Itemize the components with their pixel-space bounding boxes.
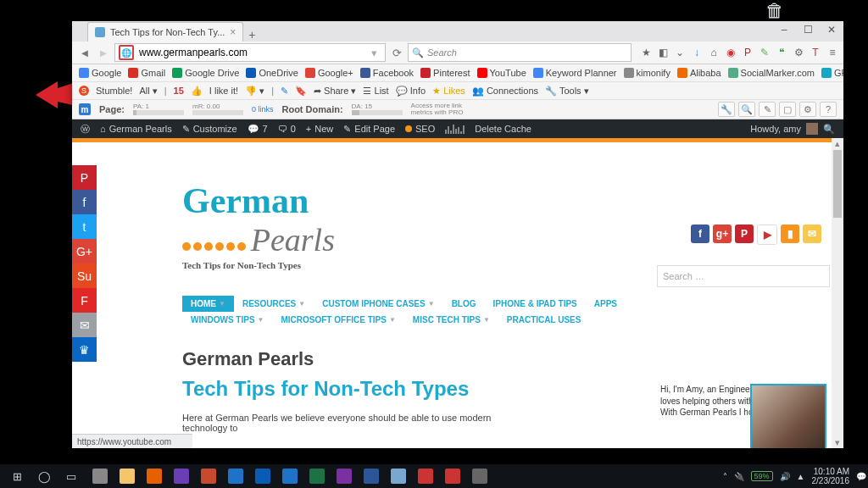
wp-logo-icon[interactable]: ⓦ	[81, 123, 90, 136]
social-gplus[interactable]: g+	[713, 225, 732, 243]
moz-logo-icon[interactable]: m	[79, 103, 91, 115]
nav-resources[interactable]: RESOURCES▼	[234, 296, 314, 312]
site-search-input[interactable]: Search …	[657, 265, 830, 287]
tray-up-icon[interactable]: ˄	[723, 472, 727, 481]
nav-windows-tips[interactable]: WINDOWS TIPS▼	[182, 312, 272, 328]
share-flipboard[interactable]: F	[72, 288, 97, 313]
moz-box-icon[interactable]: ▢	[779, 102, 796, 117]
scrollbar-thumb[interactable]	[833, 150, 842, 218]
connections-button[interactable]: 👥 Connections	[472, 86, 538, 97]
social-contact[interactable]: ✉	[803, 225, 821, 243]
social-youtube[interactable]: ▶	[757, 225, 777, 245]
bookmark-alibaba[interactable]: Alibaba	[677, 68, 721, 78]
nav-apps[interactable]: APPS	[586, 296, 626, 312]
list-button[interactable]: ☰ List	[363, 86, 388, 97]
taskbar-app-app3[interactable]	[195, 466, 222, 486]
nav-home[interactable]: HOME▼	[182, 296, 234, 312]
moz-gear-icon[interactable]: ⚙	[799, 102, 816, 117]
bookmark-gplus[interactable]: Google+	[305, 68, 353, 78]
moz-wrench-icon[interactable]: 🔧	[718, 102, 735, 117]
nav-microsoft-office-tips[interactable]: MICROSOFT OFFICE TIPS▼	[272, 312, 403, 328]
action-center-icon[interactable]: 💬	[856, 472, 866, 481]
maximize-button[interactable]: ☐	[796, 21, 820, 38]
taskbar-app-word[interactable]	[358, 466, 385, 486]
tray-volume-icon[interactable]: 🔊	[780, 472, 790, 481]
clock[interactable]: 10:10 AM 2/23/2016	[812, 467, 850, 485]
taskbar-app-app5[interactable]	[466, 466, 493, 486]
address-bar[interactable]: 🌐 ▾	[114, 43, 386, 62]
stumble-icon[interactable]: S	[79, 86, 89, 96]
gear-icon[interactable]: ⚙	[793, 47, 804, 58]
minimize-button[interactable]: –	[772, 21, 796, 38]
wp-delete-cache[interactable]: Delete Cache	[475, 124, 531, 134]
wp-stats-icon[interactable]	[445, 124, 465, 134]
taskbar-taskview[interactable]: ▭	[58, 466, 85, 486]
bookmark-gmail[interactable]: Gmail	[128, 68, 165, 78]
taskbar-app-mail[interactable]	[222, 466, 249, 486]
share-gplus[interactable]: G+	[72, 239, 97, 263]
tools-menu[interactable]: 🔧 Tools ▾	[545, 86, 589, 97]
download-icon[interactable]: ↓	[691, 47, 703, 58]
wp-customize[interactable]: ✎ Customize	[182, 124, 237, 135]
social-rss[interactable]: ▮	[781, 225, 799, 243]
likes-button[interactable]: ★ Likes	[432, 86, 465, 97]
hangouts-icon[interactable]: ❝	[776, 47, 787, 58]
pocket-icon[interactable]: ⌄	[674, 47, 686, 58]
shield-icon[interactable]: ◧	[657, 47, 669, 58]
moz-access[interactable]: Access more link metrics with PRO	[411, 103, 464, 116]
wp-new[interactable]: + New	[306, 124, 333, 134]
moz-search-icon[interactable]: 🔍	[738, 102, 755, 117]
nav-practical-uses[interactable]: PRACTICAL USES	[498, 312, 590, 328]
wp-search-icon[interactable]: 🔍	[823, 124, 835, 135]
taskbar-app-store[interactable]	[86, 466, 114, 486]
battery-indicator[interactable]: 59%	[751, 471, 773, 481]
share-sumome[interactable]: ♛	[72, 337, 97, 362]
info-button[interactable]: 💬 Info	[396, 86, 426, 97]
wp-site-link[interactable]: ⌂ German Pearls	[100, 124, 172, 134]
forward-button[interactable]: ►	[96, 45, 111, 60]
stumble-all[interactable]: All ▾	[139, 86, 157, 97]
taskbar-cortana[interactable]: ◯	[31, 466, 58, 486]
wp-updates[interactable]: 🗨 0	[278, 124, 296, 134]
bookmark-onedrive[interactable]: OneDrive	[246, 68, 298, 78]
nav-iphone-ipad-tips[interactable]: IPHONE & IPAD TIPS	[485, 296, 586, 312]
wp-seo[interactable]: SEO	[405, 124, 435, 134]
edit-icon[interactable]: ✎	[281, 86, 288, 97]
dislike-button[interactable]: 👎 ▾	[245, 86, 264, 97]
wp-avatar[interactable]	[806, 123, 818, 135]
taskbar-app-edge[interactable]	[276, 466, 303, 486]
taskbar-app-app4[interactable]	[439, 466, 466, 486]
site-logo[interactable]: German Pearls Tech Tips for Non-Tech Typ…	[182, 180, 733, 270]
tab-close-icon[interactable]: ×	[230, 26, 236, 38]
scrollbar[interactable]: ▴ ▾	[832, 138, 843, 448]
like-label[interactable]: I like it!	[209, 86, 238, 96]
share-menu[interactable]: ➦ Share ▾	[314, 86, 356, 97]
nav-custom-iphone-cases[interactable]: CUSTOM IPHONE CASES▼	[314, 296, 442, 312]
moz-help-icon[interactable]: ?	[820, 102, 837, 117]
taskbar-app-firefox[interactable]	[141, 466, 168, 486]
wp-howdy[interactable]: Howdy, amy	[750, 124, 801, 134]
close-button[interactable]: ✕	[820, 21, 843, 38]
bookmark-gpwebmail[interactable]: GP Webmail	[821, 68, 843, 78]
url-input[interactable]	[137, 46, 366, 59]
site-identity-icon[interactable]: 🌐	[119, 45, 134, 60]
menu-icon[interactable]: ≡	[826, 47, 838, 58]
evernote-icon[interactable]: ✎	[759, 47, 771, 58]
social-pinterest[interactable]: P	[735, 225, 754, 243]
wp-comments[interactable]: 💬 7	[248, 124, 268, 135]
star-icon[interactable]: ★	[640, 47, 652, 58]
home-icon[interactable]: ⌂	[708, 47, 720, 58]
t-icon[interactable]: T	[810, 47, 821, 58]
share-pinterest[interactable]: P	[72, 165, 97, 190]
taskbar-app-reader[interactable]	[412, 466, 439, 486]
reload-button[interactable]: ⟳	[389, 45, 404, 60]
nav-misc-tech-tips[interactable]: MISC TECH TIPS▼	[404, 312, 498, 328]
dropdown-icon[interactable]: ▾	[366, 45, 381, 60]
social-facebook[interactable]: f	[691, 225, 709, 243]
bookmark-facebook[interactable]: Facebook	[360, 68, 414, 78]
tray-plug-icon[interactable]: 🔌	[734, 472, 744, 481]
stumble-button[interactable]: Stumble!	[96, 86, 132, 96]
nav-blog[interactable]: BLOG	[443, 296, 485, 312]
taskbar-app-notepad[interactable]	[385, 466, 412, 486]
bookmark-socialmarker[interactable]: SocialMarker.com	[728, 68, 815, 78]
